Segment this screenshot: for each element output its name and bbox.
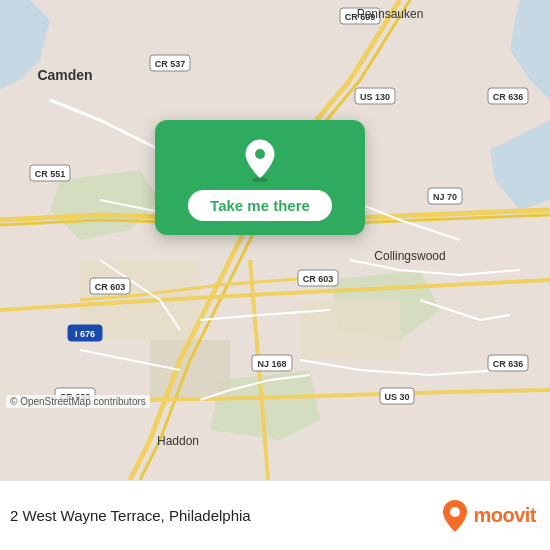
- svg-text:CR 636: CR 636: [493, 359, 524, 369]
- svg-text:Collingswood: Collingswood: [374, 249, 445, 263]
- svg-point-37: [255, 149, 265, 159]
- take-me-there-button[interactable]: Take me there: [188, 190, 332, 221]
- svg-text:Camden: Camden: [37, 67, 92, 83]
- address-text: 2 West Wayne Terrace, Philadelphia: [10, 507, 441, 524]
- svg-text:CR 537: CR 537: [155, 59, 186, 69]
- svg-text:US 130: US 130: [360, 92, 390, 102]
- bottom-bar: 2 West Wayne Terrace, Philadelphia moovi…: [0, 480, 550, 550]
- svg-text:CR 636: CR 636: [493, 92, 524, 102]
- svg-text:US 30: US 30: [384, 392, 409, 402]
- moovit-pin-icon: [441, 499, 469, 533]
- svg-point-38: [450, 507, 460, 517]
- svg-text:I 676: I 676: [75, 329, 95, 339]
- map-attribution: © OpenStreetMap contributors: [6, 395, 150, 408]
- moovit-logo: moovit: [441, 499, 536, 533]
- svg-text:CR 551: CR 551: [35, 169, 66, 179]
- svg-rect-2: [300, 300, 400, 360]
- svg-text:NJ 70: NJ 70: [433, 192, 457, 202]
- svg-text:Haddon: Haddon: [157, 434, 199, 448]
- map-background: CR 609 CR 537 US 130 CR 636 CR 551 CR 60…: [0, 0, 550, 480]
- map-container: CR 609 CR 537 US 130 CR 636 CR 551 CR 60…: [0, 0, 550, 480]
- svg-text:NJ 168: NJ 168: [257, 359, 286, 369]
- svg-rect-3: [150, 340, 230, 400]
- moovit-brand-text: moovit: [473, 504, 536, 527]
- svg-text:CR 603: CR 603: [303, 274, 334, 284]
- svg-text:CR 603: CR 603: [95, 282, 126, 292]
- location-pin-icon: [238, 138, 282, 182]
- popup-card: Take me there: [155, 120, 365, 235]
- svg-text:Pennsauken: Pennsauken: [357, 7, 424, 21]
